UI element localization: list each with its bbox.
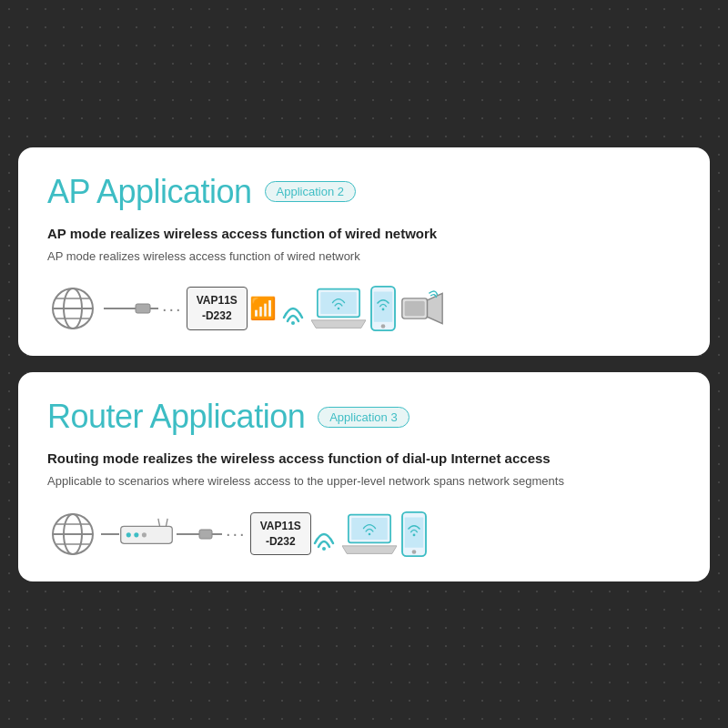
svg-rect-40	[405, 517, 423, 547]
svg-line-31	[166, 518, 167, 526]
wifi-signal-right: 📶	[248, 292, 280, 325]
card1-subtitle-normal: AP mode realizes wireless access functio…	[47, 248, 681, 266]
card2-cable-dots: ···	[226, 523, 247, 544]
card2-subtitle-bold: Routing mode realizes the wireless acces…	[47, 449, 681, 468]
svg-rect-6	[136, 304, 150, 313]
card1-subtitle-bold: AP mode realizes wireless access functio…	[47, 224, 681, 243]
cable-plug-left	[104, 299, 158, 318]
line-to-router	[101, 530, 119, 539]
card1-device-box: VAP11S -D232	[187, 287, 248, 330]
card2-diagram: ··· VAP11S -D232	[47, 509, 681, 560]
card2-laptop-icon	[342, 511, 397, 557]
globe-icon	[47, 283, 98, 334]
card2-wifi-arcs	[311, 518, 337, 551]
svg-point-15	[380, 324, 385, 329]
router-icon	[119, 516, 174, 552]
svg-marker-18	[427, 293, 442, 323]
svg-point-38	[369, 532, 371, 535]
svg-point-42	[412, 533, 415, 536]
svg-point-9	[291, 321, 295, 325]
cable-dots: ···	[162, 298, 183, 319]
card1-diagram: ··· VAP11S -D232 📶	[47, 283, 681, 334]
ap-application-card: AP Application Application 2 AP mode rea…	[18, 147, 710, 357]
svg-point-27	[126, 532, 131, 537]
card1-header: AP Application Application 2	[47, 173, 681, 211]
svg-point-41	[411, 550, 416, 554]
laptop-icon	[311, 286, 366, 331]
svg-point-12	[338, 308, 340, 310]
camera-icon	[400, 287, 444, 330]
card2-title: Router Application	[47, 398, 305, 436]
phone-icon	[369, 285, 398, 332]
card1-badge: Application 2	[265, 181, 356, 202]
svg-point-29	[142, 532, 147, 537]
card2-device-box: VAP11S -D232	[250, 512, 311, 556]
svg-point-28	[134, 532, 138, 537]
svg-rect-19	[404, 301, 424, 317]
svg-rect-14	[374, 291, 392, 321]
svg-point-35	[322, 547, 326, 551]
svg-text:📶: 📶	[249, 295, 277, 321]
card2-globe-icon	[47, 509, 98, 560]
router-application-card: Router Application Application 3 Routing…	[18, 372, 710, 581]
svg-rect-33	[199, 530, 212, 539]
card2-subtitle-normal: Applicable to scenarios where wireless a…	[47, 472, 681, 490]
svg-line-30	[158, 518, 160, 526]
card2-header: Router Application Application 3	[47, 398, 681, 436]
wifi-arcs	[280, 292, 306, 325]
card2-cable-plug	[177, 525, 222, 543]
card1-title: AP Application	[47, 173, 252, 211]
svg-point-16	[381, 308, 384, 311]
card2-phone-icon	[399, 511, 429, 558]
card2-badge: Application 3	[318, 407, 409, 428]
